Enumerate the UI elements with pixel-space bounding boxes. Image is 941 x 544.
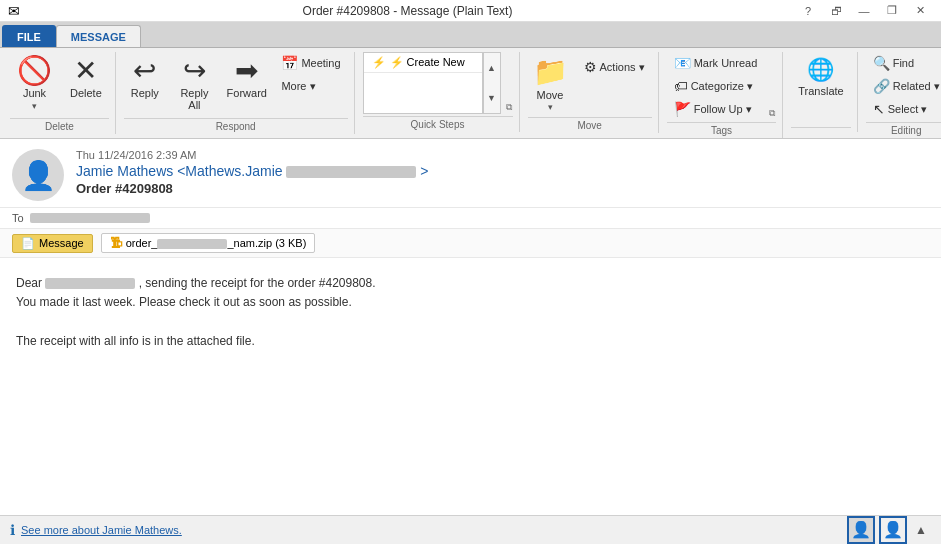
related-button[interactable]: 🔗 Related ▾ (866, 75, 941, 97)
categorize-button[interactable]: 🏷 Categorize ▾ (667, 75, 765, 97)
more-respond-button[interactable]: More ▾ (274, 75, 347, 97)
translate-icon: 🌐 (807, 57, 834, 83)
actions-icon: ⚙ (584, 59, 597, 75)
respond-group-label: Respond (124, 118, 348, 134)
quick-steps-launcher[interactable]: ⧉ (505, 101, 513, 114)
find-icon: 🔍 (873, 55, 890, 71)
minimize-button[interactable]: — (851, 2, 877, 20)
translate-button[interactable]: 🌐 Translate (791, 52, 850, 102)
quick-steps-scroll[interactable]: ▲ ▼ (483, 52, 501, 114)
move-button[interactable]: 📁 Move ▾ (528, 52, 573, 115)
translate-group-label (791, 127, 850, 132)
status-bar-right: 👤 👤 ▲ (847, 516, 931, 544)
email-meta: Thu 11/24/2016 2:39 AM Jamie Mathews <Ma… (76, 149, 929, 201)
meeting-button[interactable]: 📅 Meeting (274, 52, 347, 74)
forward-icon: ➡ (235, 57, 258, 85)
info-icon: ℹ (10, 522, 15, 538)
title-bar-left: ✉ (8, 3, 20, 19)
ribbon-group-quicksteps: ⚡ ⚡ Create New ▲ ▼ ⧉ Quick Steps (357, 52, 520, 132)
ribbon-group-respond: ↩ Reply ↪ Reply All ➡ Forward 📅 Meeting … (118, 52, 355, 134)
ribbon-group-editing: 🔍 Find 🔗 Related ▾ ↖ Select ▾ Editing (860, 52, 941, 138)
body-paragraph-3: The receipt with all info is in the atta… (16, 332, 925, 351)
tags-launcher[interactable]: ⧉ (768, 107, 776, 120)
ribbon-group-move: 📁 Move ▾ ⚙ Actions ▾ Move (522, 52, 659, 133)
follow-up-button[interactable]: 🚩 Follow Up ▾ (667, 98, 765, 120)
email-to-row: To (0, 208, 941, 229)
follow-up-icon: 🚩 (674, 101, 691, 117)
move-group-label: Move (528, 117, 652, 133)
reply-all-button[interactable]: ↪ Reply All (170, 52, 219, 116)
window-title: Order #4209808 - Message (Plain Text) (20, 4, 795, 18)
related-icon: 🔗 (873, 78, 890, 94)
body-paragraph-2: You made it last week. Please check it o… (16, 293, 925, 312)
message-tab-icon: 📄 (21, 237, 35, 250)
move-icon: 📁 (533, 55, 568, 88)
ribbon-group-translate: 🌐 Translate (785, 52, 857, 132)
status-bar: ℹ See more about Jamie Mathews. 👤 👤 ▲ (0, 515, 941, 543)
zip-icon: 🗜 (110, 236, 122, 250)
junk-button[interactable]: 🚫 Junk ▾ (10, 52, 59, 116)
ribbon-group-delete: 🚫 Junk ▾ ✕ Delete Delete (4, 52, 116, 134)
scroll-up-icon: ▲ (487, 63, 496, 73)
sender-avatar: 👤 (12, 149, 64, 201)
to-label: To (12, 212, 24, 224)
quick-steps-create-new[interactable]: ⚡ ⚡ Create New (364, 53, 482, 73)
tab-message[interactable]: MESSAGE (56, 25, 141, 47)
mark-unread-button[interactable]: 📧 Mark Unread (667, 52, 765, 74)
forward-button[interactable]: ➡ Forward (223, 52, 270, 104)
reply-button[interactable]: ↩ Reply (124, 52, 166, 104)
status-avatar-1[interactable]: 👤 (847, 516, 875, 544)
body-paragraph-1: Dear , sending the receipt for the order… (16, 274, 925, 293)
find-button[interactable]: 🔍 Find (866, 52, 941, 74)
title-bar: ✉ Order #4209808 - Message (Plain Text) … (0, 0, 941, 22)
avatar-person-icon: 👤 (21, 159, 56, 192)
email-container: 👤 Thu 11/24/2016 2:39 AM Jamie Mathews <… (0, 139, 941, 515)
editing-group-label: Editing (866, 122, 941, 138)
lightning-icon: ⚡ (372, 56, 386, 69)
email-from: Jamie Mathews <Mathews.Jamie > (76, 163, 929, 179)
scroll-down-icon: ▼ (487, 93, 496, 103)
junk-chevron: ▾ (32, 101, 37, 111)
tab-bar: FILE MESSAGE (0, 22, 941, 48)
email-date: Thu 11/24/2016 2:39 AM (76, 149, 929, 161)
email-body: Dear , sending the receipt for the order… (0, 258, 941, 515)
recipient-name-redacted (45, 278, 135, 289)
select-icon: ↖ (873, 101, 885, 117)
reply-icon: ↩ (133, 57, 156, 85)
help-button[interactable]: ? (795, 2, 821, 20)
restore-button[interactable]: 🗗 (823, 2, 849, 20)
quick-steps-label: Quick Steps (363, 116, 513, 132)
close-button[interactable]: ✕ (907, 2, 933, 20)
delete-group-label: Delete (10, 118, 109, 134)
status-text[interactable]: See more about Jamie Mathews. (21, 524, 182, 536)
categorize-icon: 🏷 (674, 78, 688, 94)
email-header: 👤 Thu 11/24/2016 2:39 AM Jamie Mathews <… (0, 139, 941, 208)
status-collapse-button[interactable]: ▲ (911, 516, 931, 544)
zip-attachment[interactable]: 🗜 order__nam.zip (3 KB) (101, 233, 316, 253)
status-bar-left: ℹ See more about Jamie Mathews. (10, 522, 182, 538)
move-chevron: ▾ (548, 102, 553, 112)
maximize-button[interactable]: ❐ (879, 2, 905, 20)
junk-icon: 🚫 (17, 57, 52, 85)
delete-icon: ✕ (74, 57, 97, 85)
attachments-row: 📄 Message 🗜 order__nam.zip (3 KB) (0, 229, 941, 258)
email-subject: Order #4209808 (76, 181, 929, 196)
tab-file[interactable]: FILE (2, 25, 56, 47)
actions-button[interactable]: ⚙ Actions ▾ (577, 56, 652, 78)
message-tab[interactable]: 📄 Message (12, 234, 93, 253)
select-button[interactable]: ↖ Select ▾ (866, 98, 941, 120)
meeting-icon: 📅 (281, 55, 298, 71)
email-to-redacted (30, 213, 150, 223)
tags-group-label: Tags (667, 122, 777, 138)
delete-button[interactable]: ✕ Delete (63, 52, 109, 104)
status-avatar-2[interactable]: 👤 (879, 516, 907, 544)
email-from-redacted (286, 166, 416, 178)
zip-filename: order__nam.zip (3 KB) (126, 237, 307, 249)
quick-steps-box: ⚡ ⚡ Create New (363, 52, 483, 114)
ribbon: 🚫 Junk ▾ ✕ Delete Delete ↩ Reply ↪ Reply… (0, 48, 941, 139)
reply-all-icon: ↪ (183, 57, 206, 85)
title-bar-controls: ? 🗗 — ❐ ✕ (795, 2, 933, 20)
mark-unread-icon: 📧 (674, 55, 691, 71)
status-avatar-1-icon: 👤 (851, 520, 871, 539)
app-icon: ✉ (8, 3, 20, 19)
